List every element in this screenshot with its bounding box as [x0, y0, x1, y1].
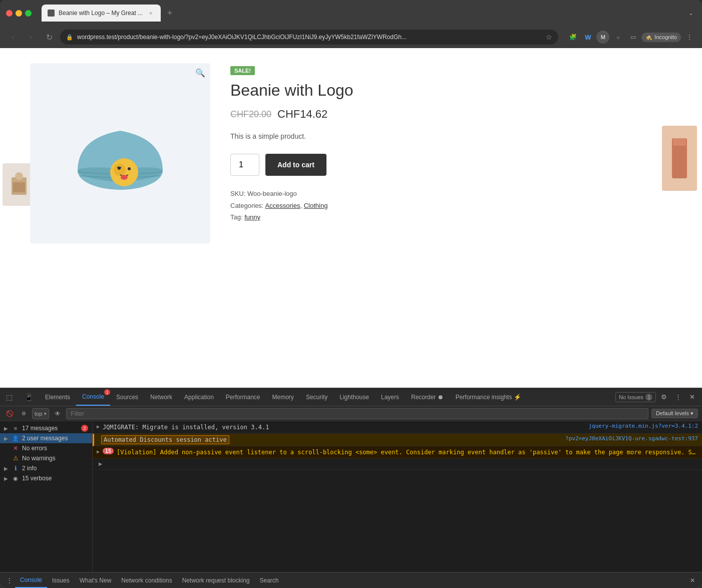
- expand-icon: ▶: [4, 466, 9, 471]
- page-content: 🔍: [0, 48, 702, 588]
- profile-button[interactable]: M: [596, 31, 609, 44]
- product-info: SALE! Beanie with Logo CHF20.00 CHF14.62…: [230, 63, 672, 243]
- bottom-tab-search[interactable]: Search: [254, 572, 283, 588]
- context-expand-icon[interactable]: ▾: [44, 411, 47, 416]
- devtools-tab-application[interactable]: Application: [178, 388, 220, 406]
- minimize-window-button[interactable]: [16, 10, 22, 17]
- sidebar-item-15-verbose[interactable]: ▶ ◉ 15 verbose: [0, 473, 92, 483]
- no-issues-badge[interactable]: No Issues 1: [615, 392, 656, 402]
- info-icon: ℹ: [12, 465, 19, 472]
- zoom-icon[interactable]: 🔍: [195, 68, 205, 78]
- extension-w-button[interactable]: W: [581, 31, 594, 44]
- expand-more-button[interactable]: ▶: [97, 460, 102, 467]
- console-badge: 1: [104, 389, 110, 395]
- sidebar-item-17-messages[interactable]: ▶ ≡ 17 messages 2: [0, 423, 92, 433]
- devtools-actions: No Issues 1 ⚙ ⋮ ✕: [611, 391, 702, 403]
- console-message-automated-discounts: Automated Discounts session active ?pv2=…: [93, 434, 702, 446]
- extensions-button[interactable]: ⬦: [611, 31, 624, 44]
- close-bottom-bar-button[interactable]: ✕: [687, 575, 698, 586]
- add-to-cart-button[interactable]: Add to cart: [265, 154, 326, 176]
- bottom-tab-whats-new[interactable]: What's New: [75, 572, 117, 588]
- original-price: CHF20.00: [230, 109, 271, 120]
- sidebar-item-2-user-messages[interactable]: ▶ 👤 2 user messages: [0, 433, 92, 443]
- violation-badge: 15: [103, 448, 114, 454]
- jqmigrate-expand[interactable]: ▶: [97, 423, 100, 429]
- sidebar-label-2-info: 2 info: [22, 465, 88, 472]
- product-image: 🔍: [30, 63, 210, 243]
- maximize-window-button[interactable]: [25, 10, 32, 17]
- tab-close-button[interactable]: ×: [147, 9, 155, 17]
- jqmigrate-text: JQMIGRATE: Migrate is installed, version…: [103, 423, 588, 432]
- devtools-tab-layers[interactable]: Layers: [375, 388, 405, 406]
- cast-button[interactable]: ▭: [626, 31, 639, 44]
- default-levels-button[interactable]: Default levels ▾: [651, 409, 698, 418]
- violation-text: [Violation] Added non-passive event list…: [117, 448, 698, 457]
- product-title: Beanie with Logo: [230, 81, 672, 100]
- categories-row: Categories: Accessories, Clothing: [230, 200, 672, 211]
- sale-badge: SALE!: [230, 66, 255, 75]
- violation-expand[interactable]: ▶: [97, 448, 100, 454]
- console-filter-toggle[interactable]: ⚙: [18, 408, 29, 419]
- settings-button[interactable]: ⚙: [658, 391, 670, 403]
- ad-source[interactable]: ?pv2=eyJ0eXAiOiJKV1Q-ure.sgadwc-test:937: [565, 435, 698, 442]
- devtools-tab-sources[interactable]: Sources: [110, 388, 144, 406]
- bottom-tab-console[interactable]: Console: [15, 572, 47, 588]
- product-beanie-image: [65, 98, 175, 208]
- categories-label: Categories:: [230, 202, 263, 209]
- devtools-tab-security[interactable]: Security: [300, 388, 333, 406]
- category1-link[interactable]: Accessories: [265, 202, 300, 209]
- tab-search-button[interactable]: ⌄: [686, 8, 696, 18]
- forward-button[interactable]: ›: [24, 30, 38, 44]
- devtools-tab-recorder[interactable]: Recorder ⏺: [405, 388, 450, 406]
- incognito-button[interactable]: 🕵 Incognito: [641, 33, 681, 42]
- bookmark-button[interactable]: ☆: [546, 33, 552, 41]
- bottom-tab-issues[interactable]: Issues: [47, 572, 75, 588]
- console-message-violation: ▶ 15 [Violation] Added non-passive event…: [93, 446, 702, 459]
- console-filter-input[interactable]: [66, 408, 648, 419]
- reload-button[interactable]: ↻: [42, 30, 56, 44]
- devtools-tab-performance-insights[interactable]: Performance insights ⚡: [450, 388, 527, 406]
- active-tab[interactable]: Beanie with Logo – My Great ... ×: [42, 5, 161, 22]
- jqmigrate-source[interactable]: jquery-migrate.min.js?ver=3.4.1:2: [588, 423, 698, 429]
- devtools-tab-elements[interactable]: Elements: [39, 388, 76, 406]
- devtools-tab-network[interactable]: Network: [144, 388, 178, 406]
- sidebar-item-2-info[interactable]: ▶ ℹ 2 info: [0, 463, 92, 473]
- devtools-tab-console[interactable]: Console 1: [76, 388, 110, 406]
- address-bar[interactable]: 🔒 wordpress.test/product/beanie-with-log…: [60, 30, 558, 45]
- extension-puzzle-button[interactable]: 🧩: [566, 31, 579, 44]
- nav-bar: ‹ › ↻ 🔒 wordpress.test/product/beanie-wi…: [0, 26, 702, 48]
- sidebar-item-no-warnings[interactable]: ⚠ No warnings: [0, 453, 92, 463]
- sku-label: SKU:: [230, 190, 245, 197]
- category2-link[interactable]: Clothing: [304, 202, 328, 209]
- devtools-tab-mobile[interactable]: 📱: [19, 388, 39, 406]
- eye-icon[interactable]: 👁: [52, 408, 63, 419]
- sidebar-label-no-warnings: No warnings: [22, 455, 88, 462]
- error-icon: ✕: [12, 445, 19, 452]
- devtools-panel: ⬚ 📱 Elements Console 1 Sources Network A…: [0, 388, 702, 588]
- console-toolbar: 🚫 ⚙ top ▾ 👁 Default levels ▾: [0, 406, 702, 421]
- more-options-button[interactable]: ⋮: [672, 391, 684, 403]
- devtools-tab-lighthouse[interactable]: Lighthouse: [333, 388, 375, 406]
- tab-title: Beanie with Logo – My Great ...: [59, 10, 143, 17]
- close-window-button[interactable]: [6, 10, 13, 17]
- devtools-tab-memory[interactable]: Memory: [266, 388, 300, 406]
- quantity-input[interactable]: [230, 154, 259, 176]
- top-context-label: top: [35, 411, 42, 417]
- bottom-tab-network-request-blocking[interactable]: Network request blocking: [177, 572, 255, 588]
- back-button[interactable]: ‹: [6, 30, 20, 44]
- clear-console-button[interactable]: 🚫: [4, 408, 15, 419]
- close-devtools-button[interactable]: ✕: [686, 391, 698, 403]
- product-thumbnail-right[interactable]: [662, 126, 697, 191]
- menu-button[interactable]: ⋮: [683, 31, 696, 44]
- bottom-tab-network-conditions[interactable]: Network conditions: [116, 572, 177, 588]
- bottom-menu-button[interactable]: ⋮: [4, 575, 15, 586]
- price-area: CHF20.00 CHF14.62: [230, 108, 672, 121]
- tag-value-link[interactable]: funny: [244, 213, 260, 221]
- devtools-tab-inspect[interactable]: ⬚: [0, 388, 19, 406]
- sidebar-item-no-errors[interactable]: ✕ No errors: [0, 443, 92, 453]
- devtools-tab-performance[interactable]: Performance: [220, 388, 266, 406]
- expand-icon: ▶: [4, 476, 9, 481]
- new-tab-button[interactable]: +: [163, 6, 177, 20]
- extensions-area: 🧩 W M ⬦ ▭ 🕵 Incognito ⋮: [566, 31, 696, 44]
- svg-point-5: [114, 164, 126, 176]
